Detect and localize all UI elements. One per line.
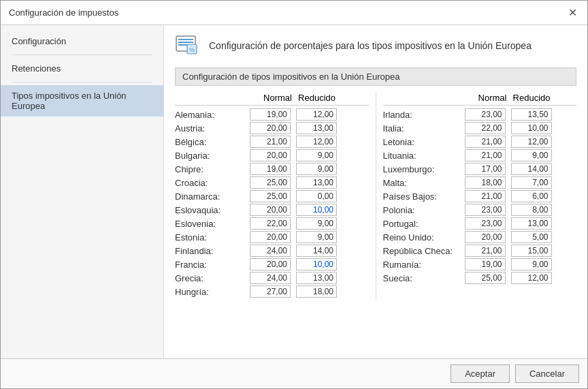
normal-input[interactable]	[465, 176, 506, 189]
reducido-input[interactable]	[296, 176, 337, 189]
reducido-input[interactable]	[296, 285, 337, 298]
table-row: Malta:	[383, 176, 577, 189]
window: Configuración de impuestos ✕ Configuraci…	[0, 0, 588, 389]
country-name: Dinamarca:	[175, 191, 250, 202]
country-name: Irlanda:	[383, 110, 465, 120]
normal-input[interactable]	[250, 285, 291, 298]
right-country-rows: Irlanda:Italia:Letonia:Lituania:Luxembur…	[383, 108, 577, 284]
reducido-input[interactable]	[511, 245, 552, 257]
reducido-input[interactable]	[296, 122, 337, 134]
normal-input[interactable]	[250, 108, 291, 121]
normal-input[interactable]	[250, 163, 291, 175]
cancel-button[interactable]: Cancelar	[515, 364, 579, 383]
country-name: Finlandia:	[175, 246, 250, 256]
country-name: Luxemburgo:	[383, 164, 465, 174]
reducido-input[interactable]	[296, 190, 337, 202]
normal-input[interactable]	[465, 163, 506, 175]
country-name: República Checa:	[383, 246, 465, 256]
right-col-reducido-header: Reducido	[508, 93, 552, 103]
normal-input[interactable]	[465, 258, 506, 270]
normal-input[interactable]	[250, 204, 291, 216]
sidebar-item-configuracion[interactable]: Configuración	[1, 31, 163, 52]
sidebar-item-tipos-impositivos[interactable]: Tipos impositivos en la Unión Europea	[1, 85, 163, 116]
country-name: Eslovaquia:	[175, 205, 250, 215]
normal-input[interactable]	[250, 272, 291, 284]
normal-input[interactable]	[465, 122, 506, 134]
normal-input[interactable]	[250, 258, 291, 270]
reducido-input[interactable]	[511, 258, 552, 270]
normal-input[interactable]	[250, 231, 291, 243]
reducido-input[interactable]	[511, 149, 552, 161]
reducido-input[interactable]	[511, 122, 552, 134]
reducido-input[interactable]	[296, 258, 337, 270]
reducido-input[interactable]	[511, 108, 552, 121]
table-row: Polonia:	[383, 204, 577, 216]
table-row: Eslovenia:	[175, 217, 369, 230]
reducido-input[interactable]	[296, 108, 337, 121]
reducido-input[interactable]	[511, 190, 552, 202]
table-row: Italia:	[383, 122, 577, 134]
reducido-input[interactable]	[296, 204, 337, 216]
accept-button[interactable]: Aceptar	[451, 364, 510, 383]
normal-input[interactable]	[250, 122, 291, 134]
reducido-input[interactable]	[511, 136, 552, 148]
normal-input[interactable]	[465, 231, 506, 243]
left-country-rows: Alemania:Austria:Bélgica:Bulgaria:Chipre…	[175, 108, 369, 298]
country-name: Bélgica:	[175, 137, 250, 147]
table-row: Rumanía:	[383, 258, 577, 270]
tables-container: Normal Reducido Alemania:Austria:Bélgica…	[175, 93, 576, 299]
section-title: Configuración de tipos impositivos en la…	[175, 67, 576, 86]
country-name: Letonia:	[383, 137, 465, 147]
reducido-input[interactable]	[296, 217, 337, 230]
reducido-input[interactable]	[296, 149, 337, 161]
window-body: Configuración Retenciones Tipos impositi…	[1, 25, 587, 358]
normal-input[interactable]	[250, 149, 291, 161]
normal-input[interactable]	[465, 190, 506, 202]
normal-input[interactable]	[250, 176, 291, 189]
reducido-input[interactable]	[511, 204, 552, 216]
normal-input[interactable]	[250, 190, 291, 202]
country-name: Francia:	[175, 260, 250, 270]
table-row: Países Bajos:	[383, 190, 577, 202]
svg-rect-2	[178, 42, 193, 43]
left-table: Normal Reducido Alemania:Austria:Bélgica…	[175, 93, 369, 299]
country-name: Hungría:	[175, 287, 250, 297]
country-name: Rumanía:	[383, 260, 465, 270]
table-row: Francia:	[175, 258, 369, 270]
normal-input[interactable]	[465, 204, 506, 216]
table-divider	[376, 93, 376, 299]
reducido-input[interactable]	[511, 231, 552, 243]
reducido-input[interactable]	[296, 272, 337, 284]
sidebar-item-retenciones[interactable]: Retenciones	[1, 58, 163, 79]
sidebar-divider-2	[12, 82, 152, 82]
sidebar-divider	[12, 55, 152, 55]
reducido-input[interactable]	[296, 231, 337, 243]
normal-input[interactable]	[465, 149, 506, 161]
table-row: Austria:	[175, 122, 369, 134]
table-row: Lituania:	[383, 149, 577, 161]
close-button[interactable]: ✕	[566, 6, 579, 20]
reducido-input[interactable]	[296, 136, 337, 148]
country-name: Eslovenia:	[175, 219, 250, 229]
country-name: Grecia:	[175, 273, 250, 283]
header-section: % Configuración de porcentajes para los …	[175, 33, 576, 58]
normal-input[interactable]	[250, 136, 291, 148]
reducido-input[interactable]	[296, 245, 337, 257]
normal-input[interactable]	[250, 217, 291, 230]
reducido-input[interactable]	[511, 217, 552, 230]
reducido-input[interactable]	[511, 163, 552, 175]
left-col-normal-header: Normal	[250, 93, 293, 103]
normal-input[interactable]	[465, 272, 506, 284]
normal-input[interactable]	[465, 217, 506, 230]
normal-input[interactable]	[250, 245, 291, 257]
normal-input[interactable]	[465, 245, 506, 257]
reducido-input[interactable]	[511, 176, 552, 189]
table-row: Croacia:	[175, 176, 369, 189]
normal-input[interactable]	[465, 108, 506, 121]
footer: Aceptar Cancelar	[1, 358, 587, 388]
country-name: Austria:	[175, 123, 250, 134]
reducido-input[interactable]	[511, 272, 552, 284]
reducido-input[interactable]	[296, 163, 337, 175]
normal-input[interactable]	[465, 136, 506, 148]
title-bar: Configuración de impuestos ✕	[1, 1, 587, 25]
